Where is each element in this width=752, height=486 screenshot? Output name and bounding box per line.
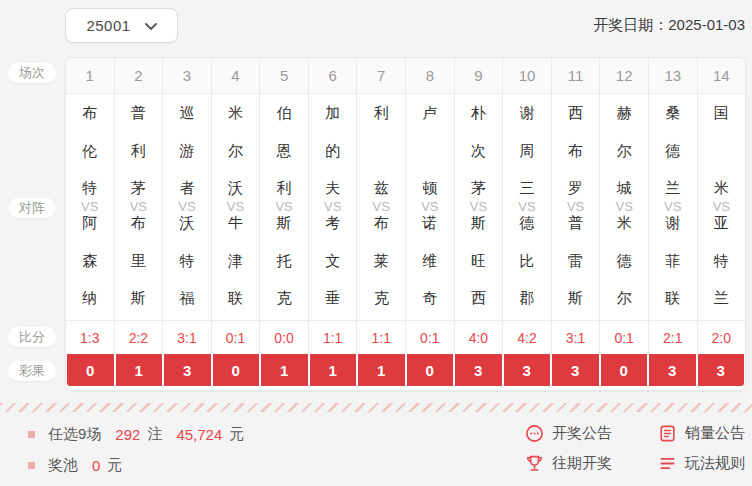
- any9-label: 任选9场: [48, 425, 101, 444]
- home-team-name: 桑德兰: [665, 104, 680, 198]
- match-number: 2: [115, 58, 164, 93]
- draw-date-value: 2025-01-03: [668, 16, 745, 33]
- vs-label: VS: [227, 199, 244, 214]
- lottery-results-page: 25001 开奖日期：2025-01-03 场次 对阵 比分 彩果 123456…: [0, 0, 752, 486]
- footer-links: 开奖公告 销量公告 往期开奖: [525, 424, 745, 473]
- matchup-cell: 米尔沃 VS 牛津联: [212, 94, 261, 320]
- vs-label: VS: [130, 199, 147, 214]
- row-label-result: 彩果: [8, 361, 56, 381]
- score-cell: 1:3: [66, 321, 115, 354]
- away-team-name: 沃特福: [179, 214, 194, 308]
- bubble-dots-icon: [525, 424, 544, 443]
- score-cell: 2:2: [115, 321, 164, 354]
- away-team-name: 诺维奇: [422, 214, 437, 308]
- result-cell: 3: [552, 354, 601, 386]
- match-number: 4: [212, 58, 261, 93]
- vs-label: VS: [324, 199, 341, 214]
- home-team-name: 布伦特: [82, 104, 97, 198]
- issue-select-dropdown[interactable]: 25001: [65, 8, 178, 43]
- result-cell: 3: [504, 354, 553, 386]
- matchup-cell: 国米 VS 亚特兰: [698, 94, 746, 320]
- square-bullet-icon: [28, 462, 35, 469]
- vs-label: VS: [275, 199, 292, 214]
- pool-label: 奖池: [48, 456, 78, 475]
- link-label: 玩法规则: [685, 454, 745, 473]
- link-label: 往期开奖: [552, 454, 612, 473]
- matchup-cell: 卢顿 VS 诺维奇: [406, 94, 455, 320]
- home-team-name: 西布罗: [568, 104, 583, 198]
- row-label-session: 场次: [8, 63, 56, 83]
- away-team-name: 谢菲联: [665, 214, 680, 308]
- score-cell: 4:2: [503, 321, 552, 354]
- match-number: 8: [406, 58, 455, 93]
- session-row: 1234567891011121314: [66, 58, 745, 94]
- matchup-cell: 朴次茅 VS 斯旺西: [455, 94, 504, 320]
- any9-sales-stat: 任选9场 292 注 45,724 元: [28, 425, 244, 444]
- draw-date-label: 开奖日期：: [593, 16, 668, 33]
- score-cell: 3:1: [163, 321, 212, 354]
- any9-amount: 45,724: [176, 426, 222, 443]
- score-cell: 0:1: [600, 321, 649, 354]
- square-bullet-icon: [28, 431, 35, 438]
- away-team-name: 阿森纳: [82, 214, 97, 308]
- vs-label: VS: [518, 199, 535, 214]
- match-number: 13: [649, 58, 698, 93]
- matchup-cell: 普利茅 VS 布里斯: [115, 94, 164, 320]
- matchup-cell: 布伦特 VS 阿森纳: [66, 94, 115, 320]
- away-team-name: 考文垂: [325, 214, 340, 308]
- score-cell: 0:1: [212, 321, 261, 354]
- home-team-name: 朴次茅: [471, 104, 486, 198]
- home-team-name: 伯恩利: [277, 104, 292, 198]
- result-cell: 0: [213, 354, 262, 386]
- link-sales-announcement[interactable]: 销量公告: [658, 424, 745, 443]
- result-cell: 3: [649, 354, 698, 386]
- draw-date: 开奖日期：2025-01-03: [593, 16, 745, 35]
- matchup-cell: 加的夫 VS 考文垂: [309, 94, 358, 320]
- results-table: 1234567891011121314 布伦特 VS 阿森纳 普利茅 VS 布里…: [65, 57, 746, 391]
- match-number: 10: [503, 58, 552, 93]
- result-cell: 0: [407, 354, 456, 386]
- matchup-cell: 谢周三 VS 德比郡: [503, 94, 552, 320]
- trophy-icon: [525, 454, 544, 473]
- link-draw-announcement[interactable]: 开奖公告: [525, 424, 612, 443]
- matchup-cell: 伯恩利 VS 斯托克: [260, 94, 309, 320]
- score-cell: 0:1: [406, 321, 455, 354]
- away-team-name: 米德尔: [617, 214, 632, 308]
- score-cell: 2:1: [649, 321, 698, 354]
- result-cell: 3: [698, 354, 745, 386]
- score-row: 1:32:23:10:10:01:11:10:14:04:23:10:12:12…: [66, 320, 745, 354]
- match-number: 11: [552, 58, 601, 93]
- score-cell: 2:0: [698, 321, 746, 354]
- pool-amount: 0: [92, 457, 100, 474]
- score-cell: 4:0: [455, 321, 504, 354]
- matchup-row: 布伦特 VS 阿森纳 普利茅 VS 布里斯 巡游者 VS 沃特福 米尔沃 VS …: [66, 94, 745, 320]
- link-game-rules[interactable]: 玩法规则: [658, 454, 745, 473]
- any9-count-unit: 注: [147, 425, 162, 444]
- match-number: 1: [66, 58, 115, 93]
- dashed-separator: [0, 403, 752, 412]
- link-past-draws[interactable]: 往期开奖: [525, 454, 612, 473]
- row-label-matchup: 对阵: [8, 198, 56, 218]
- pool-unit: 元: [107, 456, 122, 475]
- vs-label: VS: [373, 199, 390, 214]
- home-team-name: 谢周三: [519, 104, 534, 198]
- away-team-name: 牛津联: [228, 214, 243, 308]
- home-team-name: 米尔沃: [228, 104, 243, 198]
- match-number: 9: [455, 58, 504, 93]
- home-team-name: 赫尔城: [617, 104, 632, 198]
- menu-lines-icon: [658, 454, 677, 473]
- score-cell: 1:1: [309, 321, 358, 354]
- result-cell: 3: [164, 354, 213, 386]
- score-cell: 3:1: [552, 321, 601, 354]
- matchup-cell: 利兹 VS 布莱克: [357, 94, 406, 320]
- result-cell: 0: [601, 354, 650, 386]
- home-team-name: 国米: [714, 104, 729, 198]
- vs-label: VS: [664, 199, 681, 214]
- score-cell: 1:1: [357, 321, 406, 354]
- result-cell: 0: [67, 354, 116, 386]
- match-number: 3: [163, 58, 212, 93]
- match-number: 7: [357, 58, 406, 93]
- link-label: 开奖公告: [552, 424, 612, 443]
- away-team-name: 斯旺西: [471, 214, 486, 308]
- vs-label: VS: [178, 199, 195, 214]
